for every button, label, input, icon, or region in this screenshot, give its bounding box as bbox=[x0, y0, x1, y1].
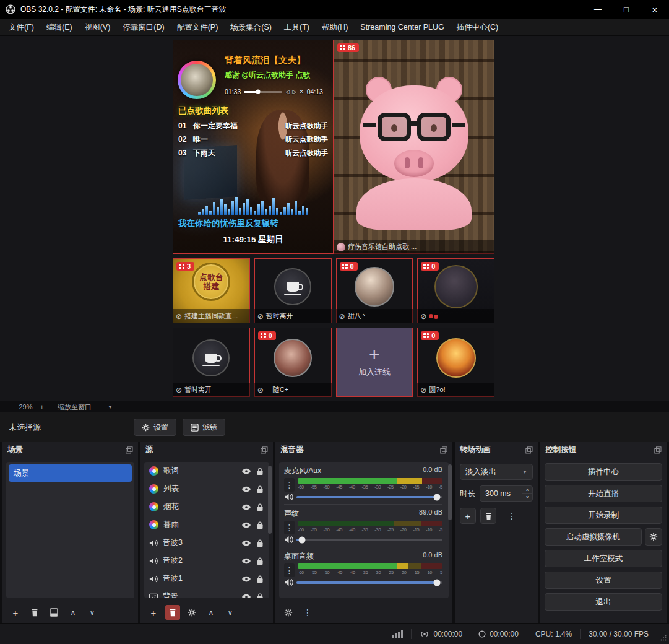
transitions-dock-header[interactable]: 转场动画 bbox=[455, 442, 538, 458]
menu-scene-collection[interactable]: 场景集合(S) bbox=[224, 19, 278, 36]
remove-source-button[interactable] bbox=[165, 605, 180, 620]
close-button[interactable]: × bbox=[641, 0, 669, 19]
start-recording-button[interactable]: 开始录制 bbox=[545, 507, 662, 524]
move-source-down-button[interactable] bbox=[223, 605, 238, 620]
duration-spinbox[interactable]: 300 ms ∧ ∨ bbox=[480, 485, 533, 502]
zoom-in-button[interactable]: + bbox=[40, 403, 43, 411]
menu-file[interactable]: 文件(F) bbox=[2, 19, 40, 36]
move-scene-up-button[interactable] bbox=[66, 605, 80, 620]
speaker-icon[interactable] bbox=[284, 578, 293, 586]
scene-item-selected[interactable]: 场景 bbox=[9, 464, 132, 482]
menu-profile[interactable]: 配置文件(P) bbox=[171, 19, 225, 36]
settings-button[interactable]: 设置 bbox=[545, 572, 662, 589]
scrollbar[interactable] bbox=[268, 466, 272, 534]
transition-properties-button[interactable] bbox=[504, 508, 519, 523]
resize-grip[interactable] bbox=[660, 634, 667, 643]
db-tick-label: -10 bbox=[426, 570, 432, 575]
window-title: OBS 32.0.2 - 配置文件: 未命名 - 场景: 听云通用S点歌台三音波 bbox=[20, 4, 227, 15]
eye-icon[interactable] bbox=[242, 575, 251, 583]
eye-icon[interactable] bbox=[242, 539, 251, 547]
volume-slider[interactable] bbox=[296, 539, 442, 541]
add-scene-button[interactable]: + bbox=[8, 605, 23, 620]
source-item[interactable]: 背景 bbox=[144, 588, 269, 598]
start-streaming-button[interactable]: 开始直播 bbox=[545, 485, 662, 502]
add-source-button[interactable]: + bbox=[146, 605, 161, 620]
channel-menu-button[interactable] bbox=[284, 521, 295, 534]
menu-edit[interactable]: 编辑(E) bbox=[40, 19, 79, 36]
advanced-audio-button[interactable] bbox=[281, 605, 296, 620]
popout-icon[interactable] bbox=[126, 446, 133, 454]
sources-dock-header[interactable]: 源 bbox=[140, 442, 273, 458]
volume-slider[interactable] bbox=[296, 496, 442, 498]
popout-icon[interactable] bbox=[440, 446, 447, 454]
eye-icon[interactable] bbox=[242, 593, 251, 599]
eye-icon[interactable] bbox=[242, 467, 251, 476]
remove-scene-button[interactable] bbox=[27, 605, 42, 620]
preview-area[interactable]: 背着风流泪【文夫】 感谢 @听云点歌助手 点歌 01:33 ◁ ▷ ✕ bbox=[0, 36, 669, 401]
eye-icon[interactable] bbox=[242, 521, 251, 529]
scene-filters-button[interactable] bbox=[46, 605, 61, 620]
speaker-icon[interactable] bbox=[284, 536, 293, 544]
eye-icon[interactable] bbox=[242, 503, 251, 511]
lock-icon[interactable] bbox=[256, 521, 264, 529]
controls-dock-header[interactable]: 控制按钮 bbox=[540, 442, 667, 458]
remove-transition-button[interactable] bbox=[480, 508, 496, 524]
move-source-up-button[interactable] bbox=[204, 605, 218, 620]
menu-plugin-center[interactable]: 插件中心(C) bbox=[451, 19, 504, 36]
zoom-fit-select[interactable]: 缩放至窗口 ▼ bbox=[58, 402, 113, 412]
move-scene-down-button[interactable] bbox=[85, 605, 100, 620]
volume-slider[interactable] bbox=[296, 581, 442, 584]
lock-icon[interactable] bbox=[256, 503, 264, 511]
lock-icon[interactable] bbox=[256, 593, 264, 599]
plugin-center-button[interactable]: 插件中心 bbox=[545, 463, 662, 481]
virtual-camera-settings-button[interactable] bbox=[645, 528, 662, 546]
source-item[interactable]: 歌词 bbox=[144, 462, 269, 480]
slider-knob[interactable] bbox=[299, 536, 306, 543]
speaker-icon[interactable] bbox=[284, 493, 293, 501]
eye-icon[interactable] bbox=[242, 557, 251, 565]
mixer-menu-button[interactable] bbox=[300, 605, 315, 620]
stepper-down-button[interactable]: ∨ bbox=[522, 494, 532, 501]
stepper-up-button[interactable]: ∧ bbox=[522, 486, 532, 494]
source-item[interactable]: 烟花 bbox=[144, 498, 269, 516]
menu-docks[interactable]: 停靠窗口(D) bbox=[116, 19, 170, 36]
lock-icon[interactable] bbox=[256, 485, 264, 494]
studio-mode-button[interactable]: 工作室模式 bbox=[545, 550, 662, 567]
eye-icon[interactable] bbox=[242, 485, 251, 494]
menu-help[interactable]: 帮助(H) bbox=[316, 19, 354, 36]
menu-view[interactable]: 视图(V) bbox=[79, 19, 117, 36]
source-filters-button[interactable]: 滤镜 bbox=[183, 419, 225, 436]
mixer-dock-header[interactable]: 混音器 bbox=[275, 442, 452, 458]
channel-menu-button[interactable] bbox=[284, 564, 295, 577]
source-properties-button[interactable]: 设置 bbox=[134, 419, 176, 436]
source-properties-toolbar-button[interactable] bbox=[184, 605, 199, 620]
source-item[interactable]: 音波2 bbox=[144, 552, 269, 570]
source-item[interactable]: 音波3 bbox=[144, 534, 269, 552]
menu-streaming-center-plug[interactable]: Streaming Center PLUG bbox=[354, 19, 450, 36]
popout-icon[interactable] bbox=[654, 446, 662, 454]
scenes-dock-header[interactable]: 场景 bbox=[2, 442, 138, 458]
transition-select[interactable]: 淡入淡出 ▼ bbox=[460, 464, 533, 480]
maximize-button[interactable]: □ bbox=[612, 0, 641, 19]
zoom-out-button[interactable]: − bbox=[7, 403, 11, 411]
slider-knob[interactable] bbox=[433, 579, 440, 586]
exit-button[interactable]: 退出 bbox=[545, 593, 662, 611]
source-item[interactable]: 列表 bbox=[144, 480, 269, 498]
slider-knob[interactable] bbox=[433, 494, 440, 500]
join-call-cell[interactable]: + 加入连线 bbox=[336, 328, 413, 397]
source-item[interactable]: 暮雨 bbox=[144, 516, 269, 534]
lock-icon[interactable] bbox=[256, 575, 264, 583]
popout-icon[interactable] bbox=[261, 446, 268, 454]
popout-icon[interactable] bbox=[525, 446, 533, 454]
lock-icon[interactable] bbox=[256, 557, 264, 565]
lock-icon[interactable] bbox=[256, 467, 264, 476]
trash-icon bbox=[30, 608, 39, 617]
lock-icon[interactable] bbox=[256, 539, 264, 547]
start-virtual-camera-button[interactable]: 启动虚拟摄像机 bbox=[545, 528, 642, 546]
minimize-button[interactable]: — bbox=[584, 0, 612, 19]
add-transition-button[interactable]: + bbox=[460, 508, 476, 524]
menu-tools[interactable]: 工具(T) bbox=[278, 19, 316, 36]
scrollbar[interactable] bbox=[448, 464, 452, 520]
source-item[interactable]: 音波1 bbox=[144, 570, 269, 588]
channel-menu-button[interactable] bbox=[284, 478, 295, 492]
